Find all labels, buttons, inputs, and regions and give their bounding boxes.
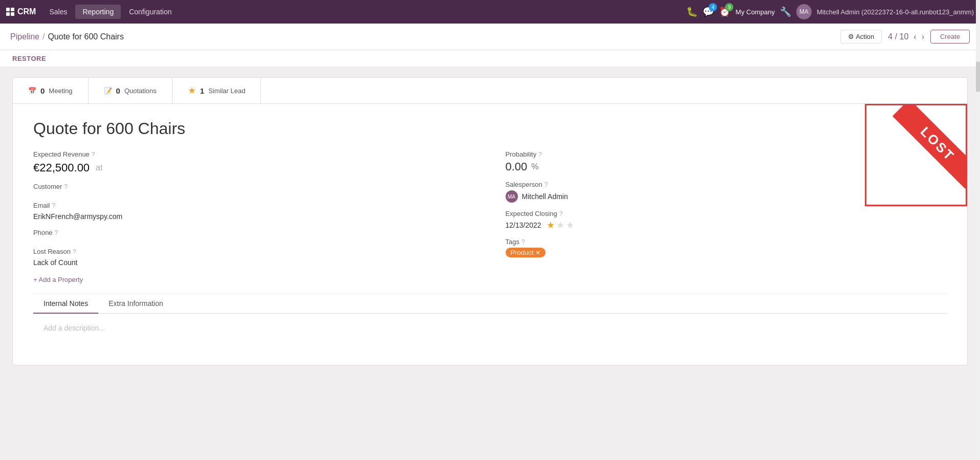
- tags-field: Tags ? Product ✕: [506, 238, 947, 257]
- quotation-icon: 📝: [104, 87, 112, 95]
- activity-icon[interactable]: ⏰ 9: [719, 6, 730, 17]
- closing-row: 12/13/2022 ★ ★ ★: [506, 220, 947, 231]
- star-1[interactable]: ★: [547, 220, 555, 231]
- customer-label: Customer ?: [33, 183, 475, 190]
- tags-help-icon[interactable]: ?: [521, 238, 525, 246]
- meeting-label: Meeting: [49, 87, 72, 95]
- main-content: 📅 0 Meeting 📝 0 Quotations ★ 1 Similar L…: [0, 67, 980, 376]
- tab-internal-notes[interactable]: Internal Notes: [33, 294, 98, 314]
- email-label: Email ?: [33, 202, 475, 209]
- expected-revenue-help-icon[interactable]: ?: [92, 151, 95, 158]
- star-3[interactable]: ★: [566, 220, 574, 231]
- phone-field: Phone ?: [33, 229, 475, 240]
- lost-reason-help-icon[interactable]: ?: [73, 248, 76, 255]
- scrollbar-thumb[interactable]: [976, 61, 980, 92]
- breadcrumb-current: Quote for 600 Chairs: [48, 32, 124, 41]
- probability-field: Probability ? 0.00 %: [506, 150, 947, 173]
- add-property-button[interactable]: + Add a Property: [33, 276, 475, 283]
- salesperson-label: Salesperson ?: [506, 181, 947, 188]
- form-area: Quote for 600 Chairs Expected Revenue ? …: [13, 104, 967, 365]
- menu-configuration[interactable]: Configuration: [122, 5, 179, 19]
- quotation-label: Quotations: [124, 87, 157, 95]
- probability-value: 0.00: [506, 160, 528, 173]
- fields-grid: Expected Revenue ? €22,500.00 at Custome…: [33, 150, 947, 283]
- similar-lead-button[interactable]: ★ 1 Similar Lead: [172, 78, 262, 103]
- top-navigation: CRM Sales Reporting Configuration 🐛 💬 4 …: [0, 0, 980, 24]
- phone-label: Phone ?: [33, 229, 475, 236]
- email-field: Email ? ErikNFrench@armyspy.com: [33, 202, 475, 222]
- meeting-icon: 📅: [28, 87, 36, 95]
- quotations-button[interactable]: 📝 0 Quotations: [89, 78, 172, 103]
- tabs-container: Internal Notes Extra Information Add a d…: [33, 294, 947, 355]
- salesperson-avatar: MA: [506, 190, 518, 203]
- breadcrumb-parent[interactable]: Pipeline: [10, 32, 39, 41]
- lost-reason-label: Lost Reason ?: [33, 248, 475, 255]
- priority-stars: ★ ★ ★: [547, 220, 574, 231]
- expected-revenue-value: €22,500.00: [33, 160, 90, 176]
- grid-icon: [6, 8, 14, 16]
- top-menu: Sales Reporting Configuration: [42, 5, 179, 19]
- tab-extra-information[interactable]: Extra Information: [98, 294, 173, 314]
- settings-icon[interactable]: 🔧: [780, 6, 791, 17]
- salesperson-help-icon[interactable]: ?: [545, 181, 548, 188]
- email-help-icon[interactable]: ?: [52, 202, 56, 209]
- action-button[interactable]: ⚙ Action: [840, 30, 882, 43]
- restore-button[interactable]: RESTORE: [12, 55, 46, 62]
- salesperson-value: Mitchell Admin: [522, 191, 568, 202]
- prev-arrow[interactable]: ‹: [911, 30, 918, 43]
- scrollbar-track[interactable]: [976, 0, 980, 376]
- salesperson-field: Salesperson ? MA Mitchell Admin: [506, 181, 947, 203]
- expected-closing-help-icon[interactable]: ?: [559, 210, 563, 217]
- tag-product: Product ✕: [506, 248, 546, 257]
- probability-pct: %: [531, 162, 538, 171]
- bug-icon[interactable]: 🐛: [686, 6, 698, 17]
- breadcrumb: Pipeline / Quote for 600 Chairs: [10, 32, 840, 41]
- app-name: CRM: [17, 7, 36, 16]
- topnav-right: 🐛 💬 4 ⏰ 9 My Company 🔧 MA Mitchell Admin…: [686, 4, 974, 19]
- user-avatar[interactable]: MA: [796, 4, 812, 19]
- tag-remove-icon[interactable]: ✕: [535, 249, 540, 256]
- meeting-count: 0: [40, 86, 45, 95]
- menu-reporting[interactable]: Reporting: [75, 5, 121, 19]
- expected-closing-label: Expected Closing ?: [506, 210, 947, 217]
- probability-label: Probability ?: [506, 150, 947, 158]
- meetings-button[interactable]: 📅 0 Meeting: [13, 78, 89, 103]
- probability-help-icon[interactable]: ?: [538, 151, 542, 158]
- phone-value[interactable]: [33, 238, 475, 240]
- tab-content-internal-notes: Add a description...: [33, 314, 947, 355]
- expected-closing-value: 12/13/2022: [506, 220, 541, 230]
- expected-closing-field: Expected Closing ? 12/13/2022 ★ ★ ★: [506, 210, 947, 231]
- pagination: 4 / 10 ‹ ›: [886, 30, 926, 43]
- record-title: Quote for 600 Chairs: [33, 119, 947, 138]
- quotation-count: 0: [116, 86, 120, 95]
- tabs-header: Internal Notes Extra Information: [33, 294, 947, 314]
- probability-row: 0.00 %: [506, 160, 947, 173]
- menu-sales[interactable]: Sales: [42, 5, 74, 19]
- customer-field: Customer ?: [33, 183, 475, 194]
- description-placeholder[interactable]: Add a description...: [43, 324, 937, 332]
- chat-badge: 4: [709, 3, 717, 11]
- app-logo[interactable]: CRM: [6, 7, 36, 16]
- create-button[interactable]: Create: [930, 30, 970, 43]
- phone-help-icon[interactable]: ?: [55, 229, 58, 236]
- pagination-count: 4 / 10: [886, 30, 910, 43]
- similar-lead-count: 1: [200, 86, 204, 95]
- customer-help-icon[interactable]: ?: [64, 183, 68, 190]
- tags-container: Product ✕: [506, 248, 947, 257]
- restore-bar: RESTORE: [0, 50, 980, 67]
- similar-lead-star-icon: ★: [188, 85, 196, 96]
- expected-revenue-field: Expected Revenue ? €22,500.00 at: [33, 150, 475, 176]
- at-text: at: [96, 163, 102, 172]
- right-column: Probability ? 0.00 % Salesperson ?: [506, 150, 947, 283]
- next-arrow[interactable]: ›: [920, 30, 926, 43]
- chat-icon[interactable]: 💬 4: [703, 6, 714, 17]
- customer-value[interactable]: [33, 192, 475, 194]
- star-2[interactable]: ★: [556, 220, 564, 231]
- salesperson-row: MA Mitchell Admin: [506, 190, 947, 203]
- breadcrumb-separator: /: [42, 32, 45, 41]
- similar-lead-label: Similar Lead: [208, 87, 245, 95]
- left-column: Expected Revenue ? €22,500.00 at Custome…: [33, 150, 475, 283]
- username: Mitchell Admin (20222372-16-0-all.runbot…: [817, 8, 974, 16]
- tags-label: Tags ?: [506, 238, 947, 246]
- email-value: ErikNFrench@armyspy.com: [33, 211, 475, 222]
